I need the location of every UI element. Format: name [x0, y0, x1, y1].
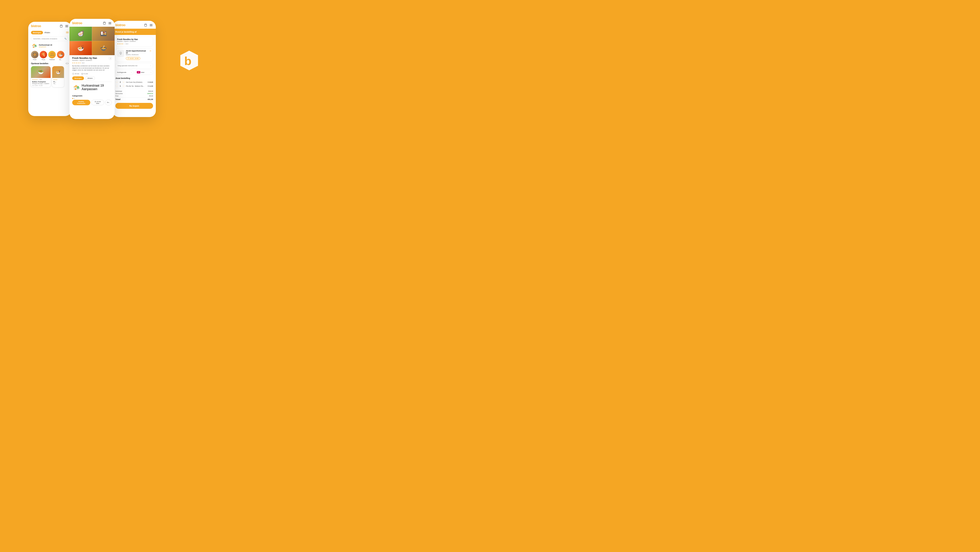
restaurant-description: Bij Sea Bas combineren we het beste van … [72, 65, 112, 71]
header-icons-1 [59, 24, 69, 28]
search-bar-1[interactable]: 🔍 [31, 36, 69, 41]
payment-method-btn[interactable]: iD Ideal › [135, 70, 153, 75]
buy-button[interactable]: Nu kopen [115, 103, 153, 109]
ideal-icon: iD [137, 71, 140, 73]
total-value: €51,00 [148, 98, 153, 101]
order-summary: Jouw bestelling − 2 + Goi Cuon Ga (Chick… [113, 76, 156, 89]
food-img-1: 🦪 [70, 27, 92, 41]
category-label-pizza: Pizza [41, 59, 45, 60]
food-img-3: 🍜 [70, 41, 92, 55]
cart-icon-2[interactable] [102, 21, 107, 25]
stars-2: ★★★ [53, 79, 63, 80]
delivery-time-val-3: 14:15 - 14:30 [130, 57, 138, 59]
item-name-1: Goi Cuon Ga (Chicken) [126, 81, 147, 83]
cat-chips: Healthy Pokébowls Zo uit de Wok Zo... [72, 100, 112, 105]
bistroo-logo-3: bistroo [115, 23, 126, 27]
category-pizza[interactable]: 🍕 Pizza [40, 51, 47, 60]
order-restaurant-name: Fresh Noodles by Han [117, 38, 151, 40]
qty-minus-2[interactable]: − [115, 85, 119, 88]
restaurant-name-bufkes: Bufkes Trudoplein [32, 81, 49, 83]
discount-code-btn[interactable]: Kortingscode › [115, 70, 134, 75]
svg-point-7 [68, 33, 68, 34]
filter-icon[interactable] [66, 32, 69, 34]
addr-text-2: Hurksestraat 19 Aanpassen [82, 84, 104, 91]
cart-icon-3[interactable] [144, 23, 148, 27]
category-circle-su: 🍜 [57, 51, 64, 58]
hexagon-logo: b [178, 50, 200, 71]
svg-rect-16 [108, 23, 111, 23]
menu-icon-3[interactable] [149, 23, 153, 27]
tip-value: €5,00 [149, 95, 153, 97]
order-summary-title: Jouw bestelling [115, 77, 153, 79]
cat-dot-1 [72, 98, 73, 99]
address-action-2[interactable]: Aanpassen [82, 88, 104, 91]
payment-chevron: › [151, 71, 151, 73]
restaurant-rating-2: 500+ [82, 62, 85, 64]
category-circle-pizza: 🍕 [40, 51, 47, 58]
ideal-section: iD Ideal [137, 71, 144, 73]
phone-2: bistroo 🦪 🍱 [70, 19, 115, 119]
restaurant-name-2: Fr... [53, 81, 63, 83]
addr-section-2: Hurksestraat 19 Aanpassen [72, 83, 112, 92]
menu-icon[interactable] [65, 24, 69, 28]
branding-section: b NEW UI DESIGN [162, 50, 216, 88]
delivery-cost-val: € 2,50 [84, 73, 88, 75]
house-icon-1 [31, 43, 37, 48]
chip-other[interactable]: Zo... [105, 100, 112, 105]
delivery-time-meta: 25 min [72, 73, 79, 75]
restaurant-info-bufkes: ★★★★★ 500+ Bufkes Trudoplein Belegde Bro… [31, 78, 51, 87]
main-container: bistroo Bezorgen Afhalen [0, 0, 245, 138]
phone3-header: bistroo [113, 21, 156, 29]
category-circle-fresh: 🥘 [31, 51, 38, 58]
menu-icon-2[interactable] [108, 21, 112, 25]
service-value: GRATIS [147, 93, 153, 94]
address-action-1[interactable]: Aanpassen [39, 46, 52, 48]
special-instructions[interactable]: Voeg speciale instructies toe › [115, 63, 153, 69]
instructions-text: Voeg speciale instructies toe [118, 65, 137, 67]
qty-plus-1[interactable]: + [122, 80, 125, 84]
svg-rect-15 [108, 22, 111, 22]
order-restaurant-rating: 500+ [126, 43, 129, 45]
svg-rect-10 [33, 46, 34, 48]
category-fastfood[interactable]: 🍔 Fastfood [48, 51, 56, 60]
info-icon[interactable]: ℹ [109, 57, 112, 60]
hexagon-svg: b [178, 50, 200, 71]
tip-row: Fooi €5,00 [115, 95, 153, 97]
checkout-header-banner: Rond je bestelling af [113, 29, 156, 35]
food-hero-image: 🦪 🍱 🍜 🍲 [70, 27, 115, 55]
new-ui-line1: NEW UI [175, 73, 203, 81]
tip-label: Fooi [115, 95, 119, 97]
qty-2: 1 [119, 85, 121, 87]
search-icon: 🔍 [64, 38, 67, 40]
bezorgen-tab[interactable]: Bezorgen [31, 31, 43, 34]
header-icons-2 [102, 21, 112, 25]
address-text-1: Hurksestraat 19 Aanpassen [39, 44, 52, 48]
qty-minus-1[interactable]: − [115, 80, 119, 84]
search-input-1[interactable] [33, 38, 63, 40]
svg-rect-21 [75, 88, 76, 90]
scroll-arrows[interactable] [65, 62, 69, 65]
phone-1: bistroo Bezorgen Afhalen [28, 22, 72, 116]
svg-text:b: b [184, 54, 191, 67]
phone-3: bistroo Rond je bestelling af [113, 21, 156, 117]
chip-wok[interactable]: Zo uit de Wok [91, 100, 104, 105]
bezorgen-btn[interactable]: Bezorgen [72, 77, 84, 80]
restaurant-meta-2: 25 min € 2,50 [72, 73, 112, 75]
delivery-time-val: 25 min [75, 73, 79, 75]
payment-row: Kortingscode › iD Ideal › [115, 70, 153, 75]
cat-dots [72, 98, 112, 99]
restaurant-card-2[interactable]: 🍜 ★★★ Fr... No... [52, 66, 64, 87]
edit-icon[interactable]: ✏ [150, 50, 151, 52]
category-label-su: Su... [59, 59, 62, 60]
afhalen-tab[interactable]: Afhalen [44, 32, 50, 34]
cart-icon[interactable] [59, 24, 63, 28]
category-fresh[interactable]: 🥘 Fresh [31, 51, 38, 60]
item-price-1: € 23,00 [148, 81, 153, 83]
chip-pokebowls[interactable]: Healthy Pokébowls [72, 100, 90, 105]
svg-rect-2 [65, 26, 68, 26]
svg-point-24 [77, 87, 79, 89]
qty-plus-2[interactable]: + [122, 85, 125, 88]
category-su[interactable]: 🍜 Su... [57, 51, 64, 60]
afhalen-btn[interactable]: Afhalen [85, 77, 95, 80]
restaurant-card-bufkes[interactable]: 🥗 ★★★★★ 500+ Bufkes Trudoplein Belegde B… [31, 66, 51, 87]
